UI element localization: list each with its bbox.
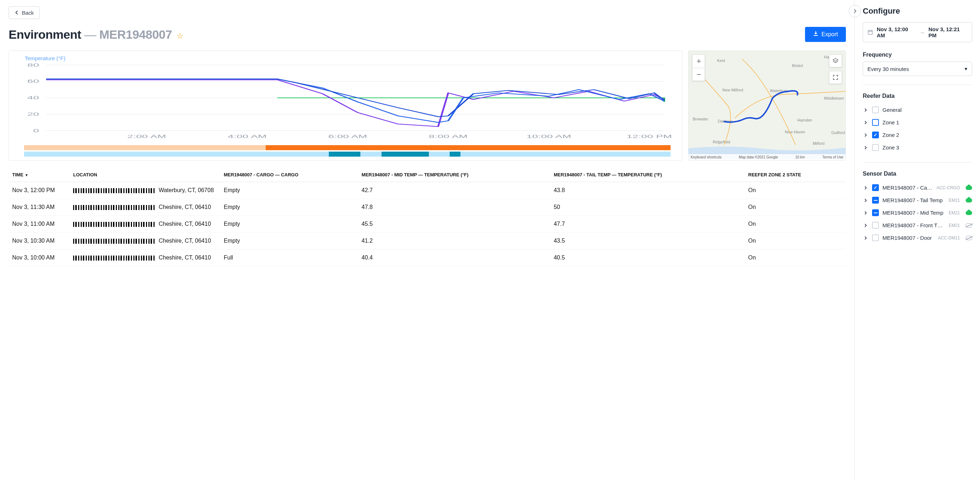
- cell: 47.8: [358, 199, 550, 216]
- zoom-in-button[interactable]: +: [692, 55, 705, 68]
- reefer-item[interactable]: Zone 1: [863, 116, 972, 129]
- map-shortcuts[interactable]: Keyboard shortcuts: [690, 155, 721, 159]
- panel-collapse-button[interactable]: [849, 5, 861, 17]
- export-button[interactable]: Export: [805, 27, 846, 42]
- sensor-item[interactable]: MER1948007 - Mid TempEM21: [863, 206, 972, 219]
- chevron-right-icon[interactable]: [863, 185, 869, 190]
- svg-text:12:00 PM: 12:00 PM: [627, 134, 672, 139]
- col-header[interactable]: TIME▼: [9, 168, 70, 182]
- checkbox[interactable]: [872, 144, 879, 151]
- checkbox[interactable]: [872, 197, 879, 203]
- svg-text:New Haven: New Haven: [785, 130, 805, 134]
- checkbox[interactable]: [872, 132, 879, 138]
- svg-text:2:00 AM: 2:00 AM: [127, 134, 166, 139]
- cell: Full: [220, 249, 358, 266]
- cell: 41.2: [358, 233, 550, 249]
- reefer-item[interactable]: Zone 3: [863, 141, 972, 154]
- item-label: Zone 3: [883, 144, 972, 151]
- item-label: General: [883, 107, 972, 113]
- cell: Nov 3, 11:00 AM: [9, 216, 70, 233]
- table-row[interactable]: Nov 3, 11:30 AM Cheshire, CT, 06410Empty…: [9, 199, 846, 216]
- divider: [863, 84, 972, 85]
- svg-text:Brewster: Brewster: [693, 117, 708, 121]
- cell: Cheshire, CT, 06410: [70, 233, 220, 249]
- route-map[interactable]: Kent Bristol Hartford New Milford Waterb…: [688, 51, 846, 160]
- svg-text:8:00 AM: 8:00 AM: [429, 134, 468, 139]
- map-scale: 10 km: [795, 155, 805, 159]
- title-separator: —: [84, 28, 97, 41]
- table-row[interactable]: Nov 3, 10:30 AM Cheshire, CT, 06410Empty…: [9, 233, 846, 249]
- checkbox[interactable]: [872, 106, 879, 113]
- sensor-item[interactable]: MER1948007 - CargoACC-CRGO: [863, 181, 972, 194]
- chart-title: Temperature (°F): [9, 55, 682, 61]
- cell: 43.8: [550, 182, 745, 199]
- checkbox[interactable]: [872, 234, 879, 241]
- chevron-right-icon[interactable]: [863, 210, 869, 216]
- cell: 43.5: [550, 233, 745, 249]
- reefer-item[interactable]: Zone 2: [863, 129, 972, 141]
- sensor-item[interactable]: MER1948007 - Front T…EM21: [863, 219, 972, 232]
- back-button[interactable]: Back: [9, 6, 40, 19]
- svg-text:60: 60: [27, 79, 39, 84]
- cell: Cheshire, CT, 06410: [70, 199, 220, 216]
- date-range-picker[interactable]: Nov 3, 12:00 AM → Nov 3, 12:21 PM: [863, 22, 972, 42]
- cell: Empty: [220, 216, 358, 233]
- col-header[interactable]: MER1948007 - MID TEMP — TEMPERATURE (°F): [358, 168, 550, 182]
- checkbox[interactable]: [872, 209, 879, 216]
- table-row[interactable]: Nov 3, 10:00 AM Cheshire, CT, 06410Full4…: [9, 249, 846, 266]
- date-from: Nov 3, 12:00 AM: [877, 26, 916, 38]
- svg-text:New Milford: New Milford: [722, 88, 743, 92]
- chevron-right-icon[interactable]: [863, 120, 869, 125]
- cell: Nov 3, 12:00 PM: [9, 182, 70, 199]
- map-terms[interactable]: Terms of Use: [822, 155, 843, 159]
- cell: Empty: [220, 199, 358, 216]
- cell: 45.5: [358, 216, 550, 233]
- redacted-address: [73, 222, 156, 227]
- map-fullscreen-button[interactable]: [829, 71, 842, 84]
- asset-id: MER1948007: [99, 28, 172, 41]
- svg-text:0: 0: [33, 128, 39, 133]
- chevron-right-icon[interactable]: [863, 145, 869, 151]
- col-header[interactable]: MER1948007 - TAIL TEMP — TEMPERATURE (°F…: [550, 168, 745, 182]
- map-layers-button[interactable]: [829, 54, 842, 67]
- configure-heading: Configure: [863, 6, 972, 16]
- cell: 40.5: [550, 249, 745, 266]
- cloud-online-icon: [966, 198, 972, 203]
- frequency-value: Every 30 minutes: [867, 66, 909, 72]
- redacted-address: [73, 188, 156, 193]
- frequency-select[interactable]: Every 30 minutes ▾: [863, 62, 972, 76]
- checkbox[interactable]: [872, 222, 879, 229]
- svg-text:4:00 AM: 4:00 AM: [228, 134, 267, 139]
- reefer-item[interactable]: General: [863, 103, 972, 116]
- checkbox[interactable]: [872, 119, 879, 126]
- checkbox[interactable]: [872, 184, 879, 191]
- col-header[interactable]: LOCATION: [70, 168, 220, 182]
- chevron-right-icon[interactable]: [863, 222, 869, 228]
- svg-text:Ridgefield: Ridgefield: [713, 140, 730, 144]
- col-header[interactable]: REEFER ZONE 2 STATE: [745, 168, 846, 182]
- col-header[interactable]: MER1948007 - CARGO — CARGO: [220, 168, 358, 182]
- item-label: MER1948007 - Front T…: [883, 222, 945, 228]
- svg-text:10:00 AM: 10:00 AM: [527, 134, 571, 139]
- cell: On: [745, 249, 846, 266]
- sensor-item[interactable]: MER1948007 - Tail TempEM21: [863, 194, 972, 206]
- zoom-out-button[interactable]: −: [692, 68, 705, 81]
- table-row[interactable]: Nov 3, 12:00 PM Waterbury, CT, 06708Empt…: [9, 182, 846, 199]
- item-label: Zone 2: [883, 132, 972, 138]
- chevron-right-icon[interactable]: [863, 197, 869, 203]
- table-row[interactable]: Nov 3, 11:00 AM Cheshire, CT, 06410Empty…: [9, 216, 846, 233]
- cloud-offline-icon: [966, 236, 972, 240]
- divider: [863, 162, 972, 163]
- cloud-online-icon: [966, 211, 972, 215]
- chevron-right-icon[interactable]: [863, 132, 869, 138]
- cloud-offline-icon: [966, 223, 972, 228]
- star-icon[interactable]: ☆: [177, 32, 184, 41]
- chevron-right-icon[interactable]: [863, 107, 869, 113]
- cell: Nov 3, 10:30 AM: [9, 233, 70, 249]
- chevron-right-icon[interactable]: [863, 235, 869, 241]
- sensor-item[interactable]: MER1948007 - DoorACC-DM11: [863, 232, 972, 244]
- cell: On: [745, 233, 846, 249]
- cell: On: [745, 182, 846, 199]
- temperature-chart: Temperature (°F) 0204060802:00 AM4:00 AM…: [9, 51, 682, 160]
- sensor-tag: EM21: [949, 223, 960, 228]
